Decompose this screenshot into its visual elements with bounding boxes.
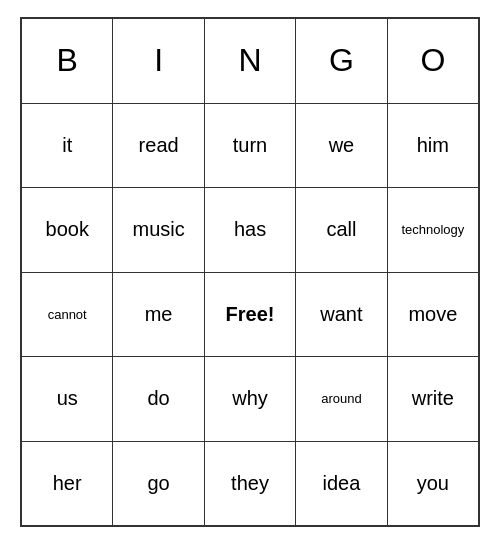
cell-4-3: why bbox=[205, 357, 296, 441]
cell-3-3-free: Free! bbox=[205, 273, 296, 357]
row-5: her go they idea you bbox=[22, 442, 478, 526]
cell-4-1: us bbox=[22, 357, 113, 441]
row-4: us do why around write bbox=[22, 357, 478, 442]
cell-1-5: him bbox=[388, 104, 478, 188]
cell-2-2: music bbox=[113, 188, 204, 272]
cell-5-3: they bbox=[205, 442, 296, 526]
header-i: I bbox=[113, 19, 204, 103]
cell-2-4: call bbox=[296, 188, 387, 272]
header-o: O bbox=[388, 19, 478, 103]
cell-5-4: idea bbox=[296, 442, 387, 526]
cell-1-3: turn bbox=[205, 104, 296, 188]
cell-2-3: has bbox=[205, 188, 296, 272]
cell-1-4: we bbox=[296, 104, 387, 188]
cell-4-4: around bbox=[296, 357, 387, 441]
row-3: cannot me Free! want move bbox=[22, 273, 478, 358]
row-2: book music has call technology bbox=[22, 188, 478, 273]
cell-5-2: go bbox=[113, 442, 204, 526]
cell-2-1: book bbox=[22, 188, 113, 272]
cell-1-2: read bbox=[113, 104, 204, 188]
cell-5-1: her bbox=[22, 442, 113, 526]
header-b: B bbox=[22, 19, 113, 103]
header-g: G bbox=[296, 19, 387, 103]
cell-4-2: do bbox=[113, 357, 204, 441]
cell-3-2: me bbox=[113, 273, 204, 357]
cell-5-5: you bbox=[388, 442, 478, 526]
header-row: B I N G O bbox=[22, 19, 478, 104]
cell-3-5: move bbox=[388, 273, 478, 357]
cell-2-5: technology bbox=[388, 188, 478, 272]
bingo-card: B I N G O it read turn we him book music… bbox=[20, 17, 480, 527]
row-1: it read turn we him bbox=[22, 104, 478, 189]
cell-1-1: it bbox=[22, 104, 113, 188]
cell-3-4: want bbox=[296, 273, 387, 357]
cell-3-1: cannot bbox=[22, 273, 113, 357]
cell-4-5: write bbox=[388, 357, 478, 441]
header-n: N bbox=[205, 19, 296, 103]
